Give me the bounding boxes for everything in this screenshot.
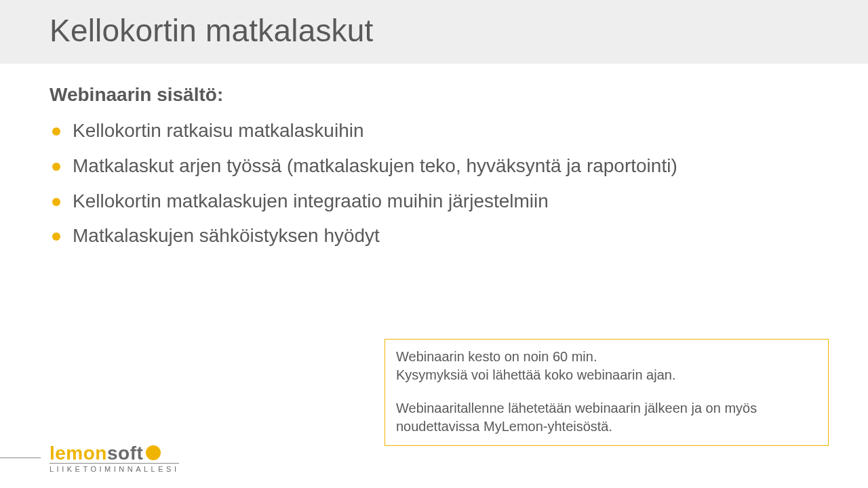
bullet-item: Kellokortin matkalaskujen integraatio mu…	[50, 188, 818, 214]
logo: lemonsoft LIIKETOIMINNALLESI	[50, 443, 179, 473]
logo-lemon: lemon	[50, 443, 107, 464]
info-line: Webinaaritallenne lähetetään webinaarin …	[396, 399, 817, 436]
info-box: Webinaarin kesto on noin 60 min. Kysymyk…	[384, 339, 829, 446]
info-line: Kysymyksiä voi lähettää koko webinaarin …	[396, 366, 817, 384]
spacer	[396, 384, 817, 399]
footer-rule-left	[0, 458, 41, 458]
lemon-icon	[146, 445, 161, 460]
info-line: Webinaarin kesto on noin 60 min.	[396, 348, 817, 366]
bullet-item: Matkalaskujen sähköistyksen hyödyt	[50, 223, 818, 249]
slide-title: Kellokortin matkalaskut	[50, 12, 818, 49]
logo-text: lemonsoft	[50, 443, 179, 464]
content-subtitle: Webinaarin sisältö:	[50, 84, 818, 106]
slide: Kellokortin matkalaskut Webinaarin sisäl…	[0, 0, 868, 488]
bullet-item: Matkalaskut arjen työssä (matkalaskujen …	[50, 153, 818, 179]
bullet-list: Kellokortin ratkaisu matkalaskuihin Matk…	[50, 118, 818, 249]
content-area: Webinaarin sisältö: Kellokortin ratkaisu…	[0, 64, 868, 249]
title-bar: Kellokortin matkalaskut	[0, 0, 868, 64]
logo-tagline: LIIKETOIMINNALLESI	[50, 463, 179, 473]
bullet-item: Kellokortin ratkaisu matkalaskuihin	[50, 118, 818, 144]
logo-soft: soft	[107, 443, 143, 464]
